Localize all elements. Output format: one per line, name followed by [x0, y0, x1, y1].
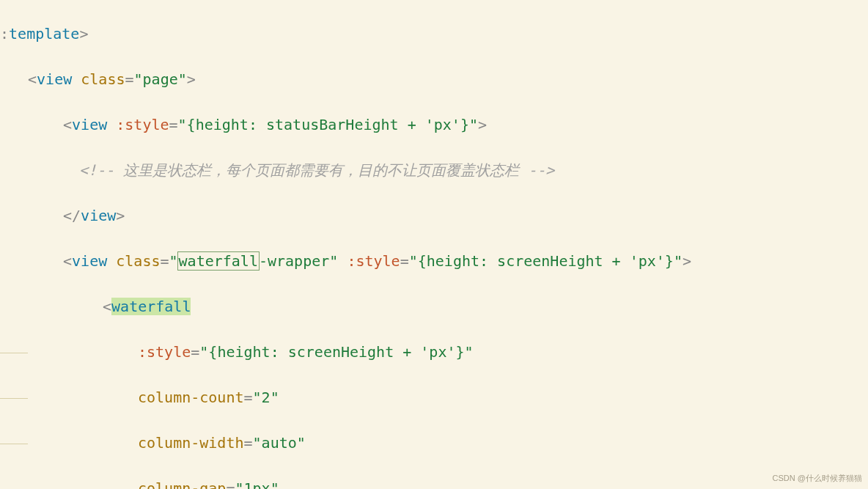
- code-line: column-width="auto": [0, 432, 868, 455]
- code-line: <waterfall: [0, 295, 868, 318]
- code-comment: <!-- 这里是状态栏，每个页面都需要有，目的不让页面覆盖状态栏 -->: [0, 159, 868, 182]
- code-line: :style="{height: screenHeight + 'px'}": [0, 341, 868, 364]
- highlight-selection: waterfall: [111, 298, 191, 315]
- code-line: <view class="waterfall-wrapper" :style="…: [0, 250, 868, 273]
- code-line: </view>: [0, 205, 868, 227]
- code-line: column-count="2": [0, 386, 868, 409]
- watermark: CSDN @什么时候养猫猫: [773, 472, 862, 485]
- code-line: <view :style="{height: statusBarHeight +…: [0, 114, 868, 136]
- code-line: <view class="page">: [0, 68, 868, 91]
- code-line: column-gap="1px": [0, 477, 868, 489]
- code-line: :template>: [0, 23, 868, 45]
- highlight-box: waterfall: [178, 252, 259, 270]
- code-block: :template> <view class="page"> <view :st…: [0, 0, 868, 489]
